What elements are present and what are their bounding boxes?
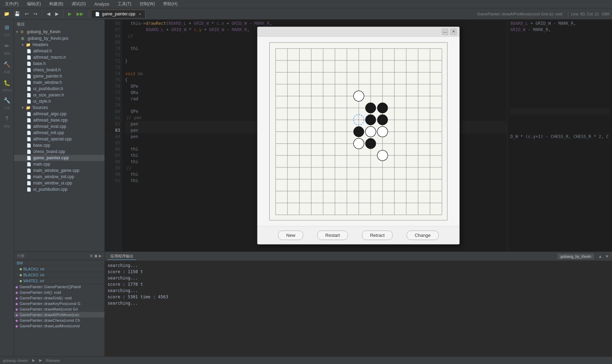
h-icon7: 📄 [27, 87, 32, 91]
menu-debug[interactable]: 调试(D) [70, 0, 88, 8]
toolbar-sep3 [88, 11, 88, 17]
tree-ui-pushbutton-cpp[interactable]: 📄ui_pushbutton.cpp [14, 186, 104, 192]
icon-project[interactable]: ⊞ [1, 21, 13, 34]
icon-edit[interactable]: ✏ [1, 39, 13, 52]
toolbar-save[interactable]: 💾 [13, 10, 22, 17]
toolbar-sep1 [42, 11, 42, 17]
icon-debug[interactable]: 🐛 [1, 77, 13, 89]
tree-aithread-eval[interactable]: 📄aithread_eval.cpp [14, 123, 104, 130]
menu-analyze[interactable]: Analyze [92, 1, 111, 7]
h-icon6: 📄 [27, 80, 32, 85]
toolbar-build-run[interactable]: ▶ [66, 10, 73, 17]
output-line-2: score : 1150 t [108, 269, 609, 275]
restart-button[interactable]: Restart [317, 231, 348, 240]
tree-main-cpp[interactable]: 📄main.cpp [14, 161, 104, 167]
tree-main-window-init[interactable]: 📄main_window_init.cpp [14, 174, 104, 180]
gobang-board-area[interactable] [257, 37, 459, 226]
fn-GamePainter-constructor[interactable]: ◆GamePainter::GamePainter(QPaintl [14, 284, 104, 290]
cpp-icon3: 📄 [27, 124, 32, 129]
output-line-8: searching... [108, 300, 609, 306]
fn-drawChess[interactable]: ◆GamePainter::drawChess(const Ch [14, 318, 104, 323]
toolbar-redo[interactable]: ↪ [32, 10, 39, 17]
toolbar-back[interactable]: ◀ [45, 10, 52, 17]
dialog-minimize-button[interactable]: — [442, 29, 448, 35]
outline-btn2[interactable]: ◼ [94, 254, 97, 258]
tree-base-h[interactable]: 📄base.h [14, 60, 104, 67]
output-scroll-top[interactable]: ▲ [598, 254, 602, 259]
gobang-board[interactable] [269, 42, 447, 220]
status-bar: gobang--Kevin ▶ ▶ Release [0, 356, 612, 364]
outline-btn3[interactable]: ▶ [99, 254, 102, 258]
bottom-right-panel: 应用程序输出 gobang_by_Kevin ▲ ▼ searching... … [105, 252, 612, 356]
tree-game-painter-h[interactable]: 📄game_painter.h [14, 73, 104, 79]
bottom-left-panel: 大纲 ⊞ ◼ ▶ BW ■ BLACK1: int [14, 252, 105, 356]
toolbar-debug-run[interactable]: ▶▶ [75, 10, 85, 17]
change-button[interactable]: Change [407, 231, 439, 240]
dialog-titlebar: — ✕ [257, 27, 459, 37]
status-icon-run2[interactable]: ▶ [39, 358, 42, 363]
menu-tools[interactable]: 工具(T) [116, 0, 133, 8]
fn-drawKeyPos[interactable]: ◆GamePainter::drawKeyPos(const G [14, 301, 104, 306]
menu-control[interactable]: 控制(W) [138, 0, 157, 8]
tree-game-painter-cpp[interactable]: 📄game_painter.cpp [14, 155, 104, 161]
output-scroll-bottom[interactable]: ▼ [605, 254, 609, 259]
tree-pro-file[interactable]: ⊞ gobang_by_Kevin.pro [14, 35, 104, 42]
icon-project2[interactable]: 🔧 [1, 94, 13, 107]
toolbar-undo[interactable]: ↩ [23, 10, 30, 17]
status-icon-run[interactable]: ▶ [32, 358, 35, 363]
tab-output[interactable]: 应用程序输出 [108, 253, 136, 260]
outline-btn1[interactable]: ⊞ [90, 254, 93, 258]
fn-drawMark[interactable]: ◆GamePainter::drawMark(const Gri [14, 306, 104, 312]
file-tab-close[interactable]: ✕ [139, 12, 141, 16]
icon-build[interactable]: 🔨 [1, 58, 13, 71]
menu-project[interactable]: 文件(F) [3, 0, 21, 8]
tree-aithread-macro-h[interactable]: 📄aithread_macro.h [14, 54, 104, 60]
tree-aithread-algo[interactable]: 📄aithread_algo.cpp [14, 111, 104, 117]
output-line-5: searching... [108, 287, 609, 294]
tree-main-window-game[interactable]: 📄main_window_game.cpp [14, 167, 104, 174]
cpp-icon12: 📄 [27, 181, 32, 185]
tree-aithread-base[interactable]: 📄aithread_base.cpp [14, 117, 104, 123]
fn-init[interactable]: ◆GamePainter::init(): void [14, 290, 104, 295]
bottom-area: 大纲 ⊞ ◼ ▶ BW ■ BLACK1: int [14, 252, 612, 356]
output-project-tab[interactable]: gobang_by_Kevin [558, 254, 594, 259]
toolbar-open[interactable]: 📁 [2, 10, 11, 17]
project-root[interactable]: ▼ ⚙ gobang_by_Kevin [14, 28, 104, 35]
headers-folder-icon: 📁 [26, 43, 31, 47]
fn-drawLastMove[interactable]: ◆GamePainter::drawLastMove(const [14, 323, 104, 329]
dialog-close-button[interactable]: ✕ [450, 29, 457, 35]
cpp-icon11: 📄 [27, 175, 32, 179]
tree-main-window-ui[interactable]: 📄main_window_ui.cpp [14, 180, 104, 186]
tree-ui-style-h[interactable]: 📄ui_style.h [14, 98, 104, 104]
tree-main-window-h[interactable]: 📄main_window.h [14, 79, 104, 86]
toolbar-forward[interactable]: ▶ [53, 10, 60, 17]
file-tab-game-painter[interactable]: 📄 game_painter.cpp ✕ [91, 10, 145, 18]
left-icon-bar: ⊞ 文件 ✏ 编辑 🔨 构建 🐛 Debug 🔧 工程 ? 帮助 [0, 20, 14, 356]
h-icon9: 📄 [27, 99, 32, 104]
output-content: searching... score : 1150 t searching...… [105, 261, 612, 356]
status-project-name: gobang--Kevin [3, 358, 28, 363]
fn-drawGrid[interactable]: ◆GamePainter::drawGrid(): void [14, 295, 104, 301]
sidebar-content[interactable]: ▼ ⚙ gobang_by_Kevin ⊞ gobang_by_Kevin.pr… [14, 28, 104, 252]
output-line-1: searching... [108, 262, 609, 269]
new-game-button[interactable]: New [278, 231, 303, 240]
icon-help[interactable]: ? [1, 112, 13, 125]
tree-base-cpp[interactable]: 📄base.cpp [14, 142, 104, 148]
fn-drawAIPreMove[interactable]: ◆GamePainter::drawAIPreMove(con [14, 312, 104, 318]
menu-help[interactable]: 帮助(H) [161, 0, 180, 8]
menu-edit[interactable]: 编辑(E) [25, 0, 43, 8]
tree-chess-board-cpp[interactable]: 📄chess_board.cpp [14, 148, 104, 155]
tree-headers-folder[interactable]: ▼ 📁 Headers [14, 42, 104, 48]
pro-file-label: gobang_by_Kevin.pro [28, 36, 68, 41]
dialog-buttons: New Restart Retract Change [257, 226, 459, 244]
tree-ui-size-param-h[interactable]: 📄ui_size_param.h [14, 92, 104, 98]
tree-aithread-init[interactable]: 📄aithread_init.cpp [14, 130, 104, 136]
tree-ui-pushbutton-h[interactable]: 📄ui_pushbutton.h [14, 86, 104, 92]
piece-white-9-9 [377, 150, 388, 161]
tree-sources-folder[interactable]: ▼ 📁 Sources [14, 104, 104, 111]
retract-button[interactable]: Retract [362, 231, 393, 240]
tree-aithread-special[interactable]: 📄aithread_special.cpp [14, 136, 104, 142]
menu-build[interactable]: 构建(B) [47, 0, 65, 8]
tree-aithread-h[interactable]: 📄aithread.h [14, 48, 104, 54]
tree-chess-board-h[interactable]: 📄chess_board.h [14, 67, 104, 73]
